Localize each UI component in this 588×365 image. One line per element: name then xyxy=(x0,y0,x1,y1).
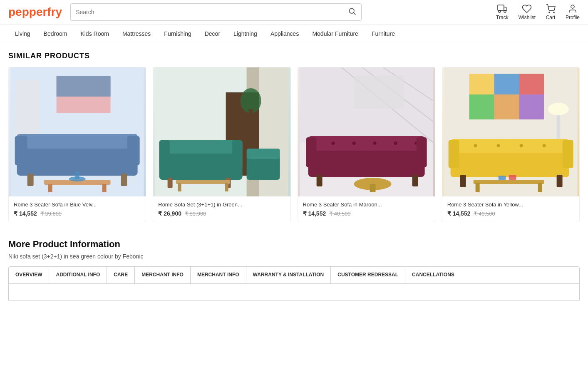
nav-furniture[interactable]: Furniture xyxy=(365,25,402,43)
product-image-3 xyxy=(298,67,435,196)
sofa-yellow-svg xyxy=(442,67,579,196)
product-image-2 xyxy=(153,67,290,196)
price-current-4: ₹ 14,552 xyxy=(447,210,471,217)
heart-icon xyxy=(522,4,532,14)
similar-products-title: SIMILAR PRODUCTS xyxy=(8,52,580,60)
product-image-4 xyxy=(442,67,579,196)
tab-warranty[interactable]: WARRANTY & INSTALLATION xyxy=(246,267,331,283)
wishlist-label: Wishlist xyxy=(519,15,536,20)
svg-rect-81 xyxy=(475,183,479,192)
product-info-section: More Product Information Niki sofa set (… xyxy=(8,239,580,300)
svg-rect-76 xyxy=(448,140,459,168)
nav-living[interactable]: Living xyxy=(8,25,37,43)
price-current-2: ₹ 26,900 xyxy=(158,210,181,217)
nav-bedroom[interactable]: Bedroom xyxy=(37,25,74,43)
svg-rect-16 xyxy=(27,174,34,186)
svg-rect-70 xyxy=(450,139,569,153)
svg-point-51 xyxy=(394,142,397,145)
svg-rect-2 xyxy=(498,5,504,10)
svg-point-49 xyxy=(352,142,355,145)
wishlist-button[interactable]: Wishlist xyxy=(519,4,536,20)
tab-care[interactable]: CARE xyxy=(107,267,135,283)
product-info-1: Rome 3 Seater Sofa in Blue Velv... ₹ 14,… xyxy=(9,196,146,222)
product-info-4: Rome 3 Seater Sofa in Yellow... ₹ 14,552… xyxy=(442,196,579,222)
nav-lightning[interactable]: Lightning xyxy=(227,25,264,43)
nav-mattresses[interactable]: Mattresses xyxy=(116,25,157,43)
svg-point-3 xyxy=(499,10,501,12)
tab-additional-info[interactable]: ADDITIONAL INFO xyxy=(49,267,107,283)
svg-point-6 xyxy=(553,12,554,13)
svg-rect-65 xyxy=(494,94,519,119)
site-header: pepperfry Track Wishlist xyxy=(0,0,588,25)
nav-furnishing[interactable]: Furnishing xyxy=(157,25,198,43)
tab-customer-redressal[interactable]: CUSTOMER REDRESSAL xyxy=(331,267,405,283)
tab-merchant-info-1[interactable]: MERCHANT INFO xyxy=(135,267,191,283)
nav-kids-room[interactable]: Kids Room xyxy=(74,25,115,43)
product-info-3: Rome 3 Seater Sofa in Maroon... ₹ 14,552… xyxy=(298,196,435,222)
profile-label: Profile xyxy=(566,15,580,20)
svg-point-72 xyxy=(496,144,500,147)
header-actions: Track Wishlist Cart Profile xyxy=(496,4,580,20)
svg-rect-83 xyxy=(498,176,506,180)
product-prices-3: ₹ 14,552 ₹ 40,500 xyxy=(303,210,430,217)
svg-rect-55 xyxy=(316,175,322,186)
svg-rect-15 xyxy=(127,136,140,165)
product-name-4: Rome 3 Seater Sofa in Yellow... xyxy=(447,201,574,208)
tab-cancellations[interactable]: CANCELLATIONS xyxy=(405,267,461,283)
svg-rect-61 xyxy=(469,74,494,94)
price-current-3: ₹ 14,552 xyxy=(303,210,326,217)
svg-rect-19 xyxy=(48,184,52,192)
svg-rect-37 xyxy=(176,180,230,184)
svg-rect-22 xyxy=(75,171,79,179)
svg-point-73 xyxy=(519,144,523,147)
main-nav: Living Bedroom Kids Room Mattresses Furn… xyxy=(0,25,588,43)
svg-rect-64 xyxy=(469,94,494,119)
svg-rect-80 xyxy=(473,180,544,184)
svg-rect-56 xyxy=(412,175,418,186)
price-original-2: ₹ 89,900 xyxy=(185,211,206,217)
product-card-1[interactable]: Rome 3 Seater Sofa in Blue Velv... ₹ 14,… xyxy=(8,67,146,222)
svg-rect-77 xyxy=(562,140,573,168)
tab-content-area xyxy=(8,284,580,300)
product-card-2[interactable]: Rome Sofa Set (3+1+1) in Green... ₹ 26,9… xyxy=(153,67,290,222)
product-prices-4: ₹ 14,552 ₹ 40,500 xyxy=(447,210,574,217)
svg-rect-66 xyxy=(519,94,544,119)
svg-point-0 xyxy=(349,8,354,13)
product-info-subtitle: Niki sofa set (3+2+1) in sea green colou… xyxy=(8,253,580,260)
logo[interactable]: pepperfry xyxy=(8,5,62,19)
cart-button[interactable]: Cart xyxy=(546,4,556,20)
profile-button[interactable]: Profile xyxy=(566,4,580,20)
logo-text: pepperfry xyxy=(8,5,62,18)
truck-icon xyxy=(497,4,507,14)
track-label: Track xyxy=(496,15,509,20)
track-button[interactable]: Track xyxy=(496,4,509,20)
tab-merchant-info-2[interactable]: MERCHANT INFO xyxy=(191,267,246,283)
svg-rect-11 xyxy=(57,76,111,97)
svg-rect-62 xyxy=(494,74,519,94)
svg-rect-32 xyxy=(232,140,243,169)
svg-rect-53 xyxy=(306,137,316,167)
search-input[interactable] xyxy=(76,9,348,15)
nav-decor[interactable]: Decor xyxy=(198,25,227,43)
svg-rect-63 xyxy=(519,74,544,94)
svg-rect-45 xyxy=(354,76,404,109)
product-prices-1: ₹ 14,552 ₹ 39,600 xyxy=(14,210,141,217)
product-card-3[interactable]: Rome 3 Seater Sofa in Maroon... ₹ 14,552… xyxy=(298,67,435,222)
svg-rect-54 xyxy=(416,137,427,167)
product-card-4[interactable]: Rome 3 Seater Sofa in Yellow... ₹ 14,552… xyxy=(442,67,580,222)
svg-rect-79 xyxy=(556,175,562,187)
products-grid: Rome 3 Seater Sofa in Blue Velv... ₹ 14,… xyxy=(8,67,580,222)
svg-point-7 xyxy=(571,5,574,8)
price-original-3: ₹ 40,500 xyxy=(329,211,350,217)
svg-point-4 xyxy=(504,10,506,12)
nav-appliances[interactable]: Appliances xyxy=(264,25,306,43)
product-image-1 xyxy=(9,67,146,196)
main-content: SIMILAR PRODUCTS xyxy=(0,43,588,317)
tab-overview[interactable]: OVERVIEW xyxy=(9,267,49,283)
svg-rect-84 xyxy=(509,175,516,180)
search-button[interactable] xyxy=(348,7,356,17)
product-name-1: Rome 3 Seater Sofa in Blue Velv... xyxy=(14,201,141,208)
nav-modular-furniture[interactable]: Modular Furniture xyxy=(305,25,365,43)
svg-point-50 xyxy=(373,142,376,145)
price-original-4: ₹ 40,500 xyxy=(474,211,495,217)
